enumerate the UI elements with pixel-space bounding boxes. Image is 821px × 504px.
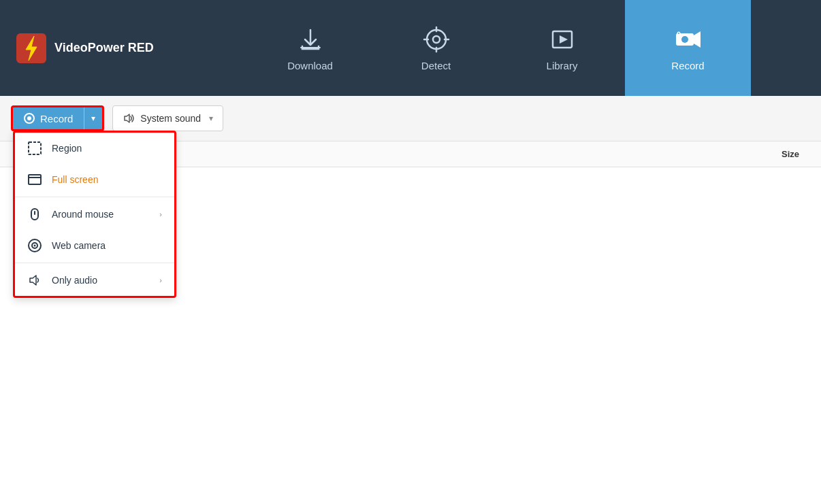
nav-btn-detect[interactable]: Detect <box>373 0 499 96</box>
record-nav-icon <box>673 24 703 54</box>
svg-rect-15 <box>29 142 41 154</box>
dropdown-item-fullscreen[interactable]: Full screen <box>15 164 174 195</box>
app-title: VideoPower RED <box>54 41 154 55</box>
detect-icon <box>421 24 451 54</box>
record-main-button[interactable]: Record <box>13 107 84 129</box>
dropdown-item-only-audio[interactable]: Only audio › <box>15 265 174 296</box>
around-mouse-icon <box>27 207 42 222</box>
nav-record-label: Record <box>671 60 704 71</box>
only-audio-label: Only audio <box>52 275 150 286</box>
record-btn-group: Record ▾ Region <box>11 105 104 131</box>
svg-point-11 <box>681 36 688 43</box>
svg-point-14 <box>678 33 679 34</box>
around-mouse-label: Around mouse <box>52 209 150 220</box>
dropdown-chevron-icon: ▾ <box>91 114 95 123</box>
system-sound-arrow: ▾ <box>209 114 213 123</box>
dropdown-item-region[interactable]: Region <box>15 133 174 164</box>
table-size-header: Size <box>782 149 810 159</box>
nav-btn-library[interactable]: Library <box>499 0 625 96</box>
record-dropdown-menu: Region Full screen <box>13 131 176 298</box>
web-camera-label: Web camera <box>52 240 162 251</box>
dropdown-divider-1 <box>15 197 174 197</box>
download-icon <box>295 24 325 54</box>
around-mouse-arrow: › <box>159 210 162 218</box>
nav-buttons: Download Detect Library <box>177 0 821 96</box>
svg-rect-16 <box>29 175 41 184</box>
only-audio-arrow: › <box>159 276 162 284</box>
fullscreen-icon <box>27 172 42 187</box>
system-sound-label: System sound <box>140 113 201 124</box>
nav-btn-download[interactable]: Download <box>247 0 373 96</box>
record-circle-icon <box>24 113 35 124</box>
svg-marker-12 <box>694 31 701 48</box>
dropdown-divider-2 <box>15 263 174 263</box>
system-sound-button[interactable]: System sound ▾ <box>112 105 223 131</box>
svg-point-22 <box>34 245 36 247</box>
nav-download-label: Download <box>287 60 333 71</box>
toolbar-row: Record ▾ Region <box>0 96 821 141</box>
nav-detect-label: Detect <box>421 60 451 71</box>
region-icon <box>27 141 42 156</box>
logo-area: VideoPower RED <box>0 33 177 63</box>
only-audio-icon <box>27 273 42 288</box>
svg-point-2 <box>427 30 446 49</box>
app-logo-icon <box>16 33 46 63</box>
web-camera-icon <box>27 238 42 253</box>
nav-btn-record[interactable]: Record <box>625 0 751 96</box>
record-button-label: Record <box>40 113 73 124</box>
fullscreen-label: Full screen <box>52 174 162 185</box>
record-circle-inner <box>27 116 31 120</box>
region-label: Region <box>52 143 162 154</box>
content-area: Record ▾ Region <box>0 96 821 504</box>
svg-marker-9 <box>560 35 568 44</box>
dropdown-item-around-mouse[interactable]: Around mouse › <box>15 199 174 230</box>
system-sound-icon <box>123 112 135 124</box>
record-dropdown-toggle[interactable]: ▾ <box>84 107 102 129</box>
dropdown-item-web-camera[interactable]: Web camera <box>15 230 174 261</box>
nav-library-label: Library <box>547 60 578 71</box>
svg-point-3 <box>433 36 440 43</box>
header: VideoPower RED Download Detect <box>0 0 821 96</box>
library-icon <box>547 24 577 54</box>
